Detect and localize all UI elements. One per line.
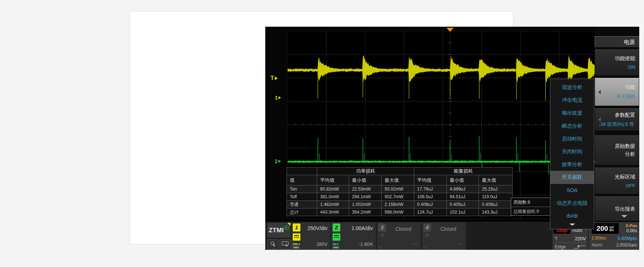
channel3-probe: -:- [378, 246, 382, 249]
menu-item-dvdt[interactable]: dv/dt [550, 210, 594, 222]
table-cell: 124.7uJ [414, 208, 447, 216]
timebase-block[interactable]: 200 us/ div X-Pos 0.00s 2.80ms 5.60Mpts … [589, 222, 639, 250]
touch-gesture-button[interactable] [267, 239, 279, 249]
table-cell: 60.82mW [317, 185, 349, 193]
table-group-header: 功率损耗能量损耗 [287, 168, 513, 175]
brand-logo: ZTMI P [267, 223, 291, 238]
column-header: 平均值 [414, 175, 447, 185]
table-cell: 1.002mW [349, 201, 382, 208]
table-cell: 106.5uJ [414, 193, 447, 201]
column-header: 最大值 [479, 175, 513, 185]
touch-icon [269, 240, 277, 248]
loss-table: 功率损耗能量损耗值平均值最小值最大值平均值最小值最大值Ton60.82mW22.… [287, 167, 513, 216]
sample-rate: 2.00GSa/s [616, 242, 637, 248]
sidebar-button-param-config[interactable]: 参数配置 :39 迟滞(%):5 导 [595, 108, 639, 131]
table-cell: 0.406uJ [479, 201, 513, 208]
channel1-badge[interactable]: 1 [293, 223, 300, 232]
table-cell: 93.02mW [382, 185, 414, 193]
button-label: 功能 [625, 84, 635, 91]
trigger-source: T [555, 236, 558, 241]
channel2-block[interactable]: 2 10:1 1MΩ 1.00A/div -1.60A [331, 222, 376, 250]
table-cell: 4.899uJ [447, 185, 479, 193]
channel2-probe: 10:1 1MΩ [333, 242, 339, 249]
menu-item-soa[interactable]: SOA [550, 184, 594, 197]
table-cell: 94.51uJ [447, 193, 479, 201]
channel3-coupling-placeholder: - [380, 233, 385, 237]
channel3-state: Closed [395, 226, 411, 232]
channel1-marker-label: 1 [275, 95, 278, 101]
channel1-offset: 280V [317, 241, 327, 247]
touchpad-button[interactable] [280, 239, 291, 249]
menu-item-output-ripple[interactable]: 输出纹波 [550, 106, 594, 119]
sidebar-button-function-enable[interactable]: 功能使能 ON [595, 49, 639, 76]
table-cell: 102.1uJ [447, 208, 479, 216]
menu-item-transient-analysis[interactable]: 瞬态分析 [550, 120, 594, 132]
menu-item-harmonic-analysis[interactable]: 谐波分析 [550, 81, 594, 94]
menu-item-inrush-current[interactable]: 冲击电流 [550, 94, 594, 106]
oscilloscope-window: T 1 2 功率损耗能量损耗值平均值最小值最大值平均值最小值最大值Ton60.8… [130, 11, 513, 244]
table-cell: 1.482mW [317, 201, 349, 208]
right-arrow-icon [275, 76, 278, 80]
sidebar-button-function[interactable]: 功能 开关损耗 [595, 78, 639, 106]
column-header: 最小值 [447, 175, 479, 185]
table-row-total: 总计443.3mW354.2mW568.0mW124.7uJ102.1uJ143… [287, 208, 513, 216]
menu-more-indicator[interactable] [569, 223, 575, 226]
channel2-offset: -1.60A [359, 241, 373, 247]
channel1-coupling-icon [293, 233, 300, 241]
menu-item-dynamic-on-resistance[interactable]: 动态开点电阻 [550, 197, 594, 210]
channel4-block[interactable]: 4 - -:- Closed -- [422, 222, 466, 250]
table-row-conduction: 导通1.482mW1.002mW2.156mW0.406uJ0.405uJ0.4… [287, 201, 513, 208]
sidebar-button-raw-data-analysis[interactable]: 原始数据 分析 [595, 135, 639, 165]
function-dropdown-menu: 谐波分析冲击电流输出纹波瞬态分析启动时间关闭时间效率分析开关损耗SOA动态开点电… [550, 79, 594, 229]
table-cell: 354.2mW [349, 208, 382, 216]
menu-item-efficiency-analysis[interactable]: 效率分析 [550, 158, 594, 171]
record-length: 2.80ms [592, 236, 606, 241]
column-header: 最小值 [349, 175, 382, 185]
sidebar-button-cursor-zone[interactable]: 光标区域 OFF [595, 168, 639, 194]
menu-item-switching-loss[interactable]: 开关损耗 [550, 171, 594, 184]
channel3-block[interactable]: 3 - -:- Closed -- [377, 222, 421, 250]
channel3-badge[interactable]: 3 [378, 223, 386, 232]
channel1-position-marker[interactable]: 1 [275, 95, 281, 101]
table-column-header: 值平均值最小值最大值平均值最小值最大值 [287, 175, 513, 185]
table-cell: 2.156mW [382, 201, 414, 208]
table-row-ton: Ton60.82mW22.53mW93.02mW17.76uJ4.899uJ25… [287, 185, 513, 193]
touchpad-icon [281, 240, 289, 248]
menu-item-startup-time[interactable]: 启动时间 [550, 132, 594, 145]
button-label: 功能使能 [615, 55, 635, 62]
measurement-table: 功率损耗能量损耗值平均值最小值最大值平均值最小值最大值Ton60.82mW22.… [287, 167, 513, 216]
brand-text: ZTMI [269, 227, 284, 234]
table-cell: 143.3uJ [479, 208, 513, 216]
button-label: 原始数据 [615, 143, 635, 150]
channel1-block[interactable]: 1 500:1 1MΩ 250V/div 280V [291, 222, 330, 250]
button-label: 参数配置 [615, 112, 635, 119]
table-cell: 119.0uJ [479, 193, 513, 201]
menu-item-shutdown-time[interactable]: 关闭时间 [550, 145, 594, 158]
channel2-marker-label: 2 [275, 158, 278, 164]
channel1-probe: 500:1 1MΩ [293, 242, 300, 249]
table-cell: 25.15uJ [479, 185, 513, 193]
channel2-badge[interactable]: 2 [333, 223, 340, 232]
trigger-position-marker[interactable] [446, 28, 454, 32]
channel2-coupling-icon [333, 233, 340, 241]
channel4-offset: -- [458, 241, 462, 246]
table-cell: 22.53mW [349, 185, 382, 193]
table-cell: 502.7mW [382, 193, 414, 201]
collapse-arrow-icon [598, 90, 601, 94]
trigger-level-marker[interactable]: T [270, 75, 278, 82]
column-header: 值 [287, 175, 317, 185]
sidebar-header-power[interactable]: 电源 [595, 36, 639, 47]
trigger-marker-label: T [270, 75, 274, 82]
corner-fold-decoration [287, 223, 291, 226]
channel4-badge[interactable]: 4 [423, 223, 431, 232]
button-label-line2: 分析 [625, 151, 635, 158]
timebase-unit: us/ div [609, 226, 614, 232]
xpos-label: X-Pos [626, 223, 637, 228]
button-value: OFF [626, 183, 635, 188]
timebase-scale[interactable]: 200 us/ div [592, 223, 619, 234]
acquire-mode: Norm [592, 242, 602, 248]
channel2-position-marker[interactable]: 2 [275, 158, 281, 164]
column-header: 平均值 [317, 175, 349, 185]
table-row-toff: Toff381.0mW294.1mW502.7mW106.5uJ94.51uJ1… [287, 193, 513, 201]
table-cell: 17.76uJ [414, 185, 447, 193]
